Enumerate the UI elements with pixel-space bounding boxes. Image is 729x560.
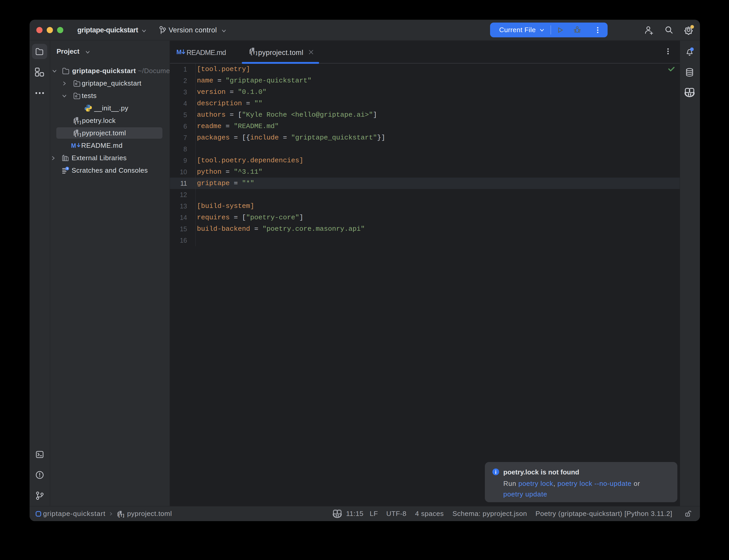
svg-text:[T]: [T] xyxy=(118,514,124,517)
svg-text:M: M xyxy=(176,48,182,55)
svg-text:M: M xyxy=(71,142,76,149)
svg-text:[T]: [T] xyxy=(74,120,81,124)
svg-text:[T]: [T] xyxy=(74,133,81,137)
svg-text:[T]: [T] xyxy=(250,51,258,55)
